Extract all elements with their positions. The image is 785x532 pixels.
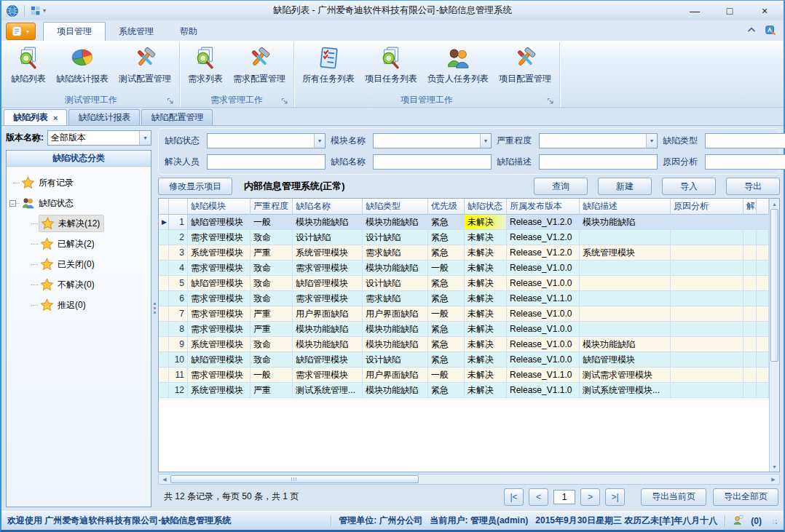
project-tasks-list-button[interactable]: 项目任务列表 xyxy=(360,43,422,86)
cell: 紧急 xyxy=(428,337,465,352)
filter-select-module-name[interactable]: ▾ xyxy=(373,133,492,148)
table-row[interactable]: 10缺陷管理模块致命缺陷管理模块设计缺陷紧急未解决Release_V1.0.0缺… xyxy=(159,352,769,368)
resize-grip[interactable] xyxy=(769,517,778,525)
tree-item-closed[interactable]: 已关闭(0) xyxy=(8,254,149,274)
close-button[interactable]: × xyxy=(750,3,779,19)
table-row[interactable]: 2需求管理模块致命设计缺陷设计缺陷紧急未解决Release_V1.2.0 xyxy=(159,230,769,245)
scroll-right-icon[interactable]: ▶ xyxy=(768,477,779,483)
tree-item-all-records[interactable]: 所有记录 xyxy=(8,172,149,193)
dialog-launcher-icon[interactable] xyxy=(167,97,175,105)
scroll-left-icon[interactable]: ◀ xyxy=(159,477,170,483)
query-button[interactable]: 查询 xyxy=(534,178,588,195)
column-header[interactable]: 解决方法 xyxy=(743,199,757,215)
table-row[interactable]: 8需求管理模块严重模块功能缺陷模块功能缺陷紧急未解决Release_V1.0.0 xyxy=(159,322,769,337)
table-row[interactable]: 9系统管理模块致命模块功能缺陷模块功能缺陷紧急未解决Release_V1.0.0… xyxy=(159,337,769,352)
collapse-expander-icon[interactable]: – xyxy=(9,200,16,207)
filter-select-defect-type[interactable]: ▾ xyxy=(705,133,785,148)
filter-input-resolver[interactable] xyxy=(207,154,326,170)
export-current-page-button[interactable]: 导出当前页 xyxy=(641,488,706,506)
column-header[interactable]: 原因分析 xyxy=(671,199,743,215)
tree-item-unresolved[interactable]: 未解决(12) xyxy=(8,213,149,234)
doc-tab-defect-config-mgmt[interactable]: 缺陷配置管理 xyxy=(141,109,213,125)
dialog-launcher-icon[interactable] xyxy=(547,97,555,105)
new-button[interactable]: 新建 xyxy=(598,178,652,195)
column-header[interactable]: 缺陷状态 xyxy=(465,199,507,215)
import-button[interactable]: 导入 xyxy=(662,178,716,195)
filter-input-defect-desc[interactable] xyxy=(539,154,658,170)
table-row[interactable]: ▶1缺陷管理模块一般模块功能缺陷模块功能缺陷紧急未解决Release_V1.2.… xyxy=(159,215,769,230)
doc-tab-defect-stats-report[interactable]: 缺陷统计报表 xyxy=(68,109,140,125)
pager-nav: |< < > >| xyxy=(504,488,625,506)
tree-item-wont-fix[interactable]: 不解决(0) xyxy=(8,274,149,295)
owner-tasks-list-button[interactable]: 负责人任务列表 xyxy=(422,43,494,86)
cell: 致命 xyxy=(251,291,293,306)
all-tasks-list-button[interactable]: 所有任务列表 xyxy=(297,43,360,86)
cell: 紧急 xyxy=(428,276,465,291)
table-row[interactable]: 12系统管理模块严重测试系统管理...模块功能缺陷紧急未解决Release_V1… xyxy=(159,383,769,398)
column-header[interactable]: 缺陷模块 xyxy=(188,199,251,215)
quick-access-toolbar-button[interactable]: ▾ xyxy=(30,5,46,16)
column-header[interactable]: 优先级 xyxy=(428,199,465,215)
defect-stats-report-button[interactable]: 缺陷统计报表 xyxy=(51,43,114,86)
vertical-scrollbar[interactable]: ▲ ▼ xyxy=(769,199,779,472)
close-tab-icon[interactable]: × xyxy=(53,114,58,122)
column-header[interactable]: 缺陷类型 xyxy=(363,199,428,215)
defect-list-button[interactable]: 缺陷列表 xyxy=(6,43,51,86)
messages-user-icon[interactable] xyxy=(733,515,743,528)
modify-columns-button[interactable]: 修改显示项目 xyxy=(158,178,232,195)
messages-count[interactable]: (0) xyxy=(751,516,762,526)
collapse-ribbon-icon[interactable] xyxy=(746,24,757,38)
export-button[interactable]: 导出 xyxy=(726,178,780,195)
cell: 模块功能缺陷 xyxy=(363,337,428,352)
column-header[interactable]: 缺陷描述 xyxy=(580,199,671,215)
next-page-button[interactable]: > xyxy=(580,488,600,506)
splitter-grip-icon xyxy=(154,303,156,305)
ribbon-tab-project-management[interactable]: 项目管理 xyxy=(43,22,106,41)
tree-item-defect-status[interactable]: –缺陷状态 xyxy=(8,193,149,213)
page-input[interactable] xyxy=(553,490,575,504)
last-page-button[interactable]: >| xyxy=(605,488,625,506)
first-page-button[interactable]: |< xyxy=(504,488,524,506)
row-marker xyxy=(159,383,169,398)
tree-item-postponed[interactable]: 推迟(0) xyxy=(8,295,149,315)
table-row[interactable]: 5缺陷管理模块致命缺陷管理模块设计缺陷紧急未解决Release_V1.0.0 xyxy=(159,276,769,291)
requirement-list-button[interactable]: 需求列表 xyxy=(183,43,228,86)
minimize-button[interactable]: — xyxy=(680,3,709,19)
column-header[interactable]: 缺陷名称 xyxy=(293,199,363,215)
version-label: 版本名称: xyxy=(6,132,44,144)
requirement-config-mgmt-button[interactable]: 需求配置管理 xyxy=(228,43,291,86)
horizontal-scroll-thumb[interactable] xyxy=(170,475,419,483)
table-row[interactable]: 4需求管理模块致命需求管理模块模块功能缺陷一般未解决Release_V1.0.0 xyxy=(159,261,769,276)
column-header[interactable]: 严重程度 xyxy=(251,199,293,215)
cell: 测试系统管理模块... xyxy=(580,383,671,398)
scroll-up-icon[interactable]: ▲ xyxy=(770,199,779,209)
test-config-mgmt-button[interactable]: 测试配置管理 xyxy=(114,43,176,86)
filter-select-severity[interactable]: ▾ xyxy=(539,133,658,148)
dialog-launcher-icon[interactable] xyxy=(281,97,289,105)
horizontal-scrollbar[interactable]: ◀ ▶ xyxy=(158,474,780,485)
help-icon[interactable] xyxy=(765,24,776,38)
table-row[interactable]: 11需求管理模块一般需求管理模块用户界面缺陷一般未解决Release_V1.1.… xyxy=(159,368,769,383)
version-select[interactable]: 全部版本 ▾ xyxy=(47,130,151,146)
table-row[interactable]: 7需求管理模块严重用户界面缺陷用户界面缺陷一般未解决Release_V1.0.0 xyxy=(159,306,769,322)
maximize-button[interactable]: □ xyxy=(715,3,744,19)
vertical-scroll-thumb[interactable] xyxy=(770,209,778,362)
table-row[interactable]: 6需求管理模块致命需求管理模块需求缺陷紧急未解决Release_V1.1.0 xyxy=(159,291,769,306)
ribbon-group-test-management: 缺陷列表缺陷统计报表测试配置管理测试管理工作 xyxy=(3,42,180,107)
tree-item-resolved[interactable]: 已解决(2) xyxy=(8,234,149,254)
app-menu-button[interactable]: ▾ xyxy=(6,23,36,40)
column-header[interactable]: 所属发布版本 xyxy=(507,199,580,215)
ribbon-tab-help[interactable]: 帮助 xyxy=(167,22,210,41)
filter-select-defect-status[interactable]: ▾ xyxy=(207,133,326,148)
vertical-splitter[interactable] xyxy=(151,128,158,507)
export-all-pages-button[interactable]: 导出全部页 xyxy=(713,488,778,506)
prev-page-button[interactable]: < xyxy=(529,488,548,506)
table-row[interactable]: 3系统管理模块严重系统管理模块需求缺陷紧急未解决Release_V1.2.0系统… xyxy=(159,245,769,261)
doc-tab-defect-list[interactable]: 缺陷列表× xyxy=(4,109,67,125)
ribbon-tab-system-management[interactable]: 系统管理 xyxy=(106,22,167,41)
filter-input-cause-analysis[interactable] xyxy=(705,154,785,170)
scroll-down-icon[interactable]: ▼ xyxy=(770,461,779,472)
cell xyxy=(580,291,671,306)
project-config-mgmt-button[interactable]: 项目配置管理 xyxy=(494,43,556,86)
filter-input-defect-name[interactable] xyxy=(373,154,492,170)
